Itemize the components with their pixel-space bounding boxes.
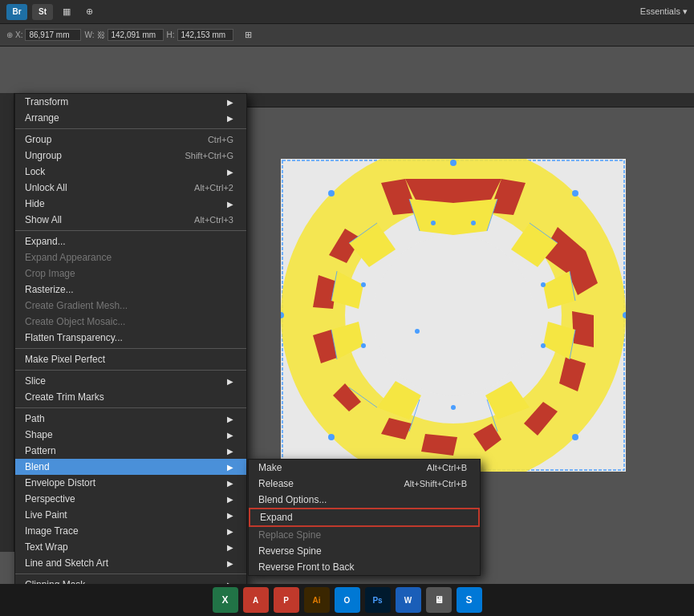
menu-item-label: Release [258,478,404,489]
arrow-icon: ▶ [227,495,233,504]
menu-item-label: Transform [25,96,227,107]
menu-item-show-all[interactable]: Show All Alt+Ctrl+3 [15,212,246,228]
taskbar-illustrator-icon[interactable]: Ai [304,587,330,613]
arrow-icon: ▶ [227,168,233,176]
menu-item-make-pixel-perfect[interactable]: Make Pixel Perfect [15,351,246,367]
taskbar-excel-icon[interactable]: X [213,587,238,613]
essentials-label[interactable]: Essentials ▾ [640,6,688,17]
menu-item-transform[interactable]: Transform ▶ [15,94,246,110]
taskbar-photoshop-icon[interactable]: Ps [365,587,391,613]
blend-submenu-item-reverse-front-to-back[interactable]: Reverse Front to Back [249,559,480,575]
menu-item-label: Show All [25,214,194,225]
taskbar-word-icon[interactable]: W [396,587,421,613]
menu-item-label: Rasterize... [25,284,233,295]
menu-item-expand[interactable]: Expand... [15,233,246,249]
arrow-icon: ▶ [227,431,233,440]
svg-point-5 [450,160,457,166]
menu-item-label: Image Trace [25,525,227,537]
menu-separator [15,128,246,129]
taskbar-skype-icon[interactable]: S [457,587,482,613]
menu-separator [15,348,246,349]
arrow-icon: ▶ [227,200,233,209]
menu-item-ungroup[interactable]: Ungroup Shift+Ctrl+G [15,148,246,164]
menu-item-label: Make [258,462,427,473]
x-coord-icon: ⊕ [6,30,13,39]
menu-item-create-gradient-mesh: Create Gradient Mesh... [15,298,246,314]
menu-item-label: Make Pixel Perfect [25,354,233,365]
menu-item-label: Lock [25,166,227,177]
taskbar-monitor-icon[interactable]: 🖥 [426,587,452,613]
menu-item-label: Slice [25,375,227,387]
h-field: H: 142,153 mm [167,29,233,41]
menu-item-unlock-all[interactable]: Unlock All Alt+Ctrl+2 [15,180,246,196]
menu-item-envelope-distort[interactable]: Envelope Distort ▶ [15,475,246,491]
menu-item-image-trace[interactable]: Image Trace ▶ [15,523,246,539]
menu-item-clipping-mask[interactable]: Clipping Mask ▶ [15,577,246,584]
menu-item-label: Ungroup [25,150,185,161]
menu-item-label: Reverse Front to Back [258,561,467,573]
shortcut-label: Shift+Ctrl+G [185,151,233,160]
menu-item-flatten-transparency[interactable]: Flatten Transparency... [15,330,246,346]
svg-point-31 [451,405,456,410]
menu-item-label: Live Paint [25,509,227,521]
arrow-icon: ▶ [227,377,233,386]
menu-item-slice[interactable]: Slice ▶ [15,373,246,389]
arrow-icon: ▶ [227,581,233,585]
menu-item-text-wrap[interactable]: Text Wrap ▶ [15,539,246,555]
blend-submenu-item-expand[interactable]: Expand [249,508,480,527]
menu-item-label: Arrange [25,112,227,124]
arrow-icon: ▶ [227,543,233,552]
menu-item-arrange[interactable]: Arrange ▶ [15,110,246,126]
menu-item-label: Create Trim Marks [25,391,233,403]
svg-point-24 [431,221,436,225]
arrow-icon: ▶ [227,415,233,424]
stock-icon[interactable]: St [32,4,53,20]
arrow-icon: ▶ [227,98,233,107]
w-value[interactable]: 142,091 mm [108,29,164,41]
menu-item-live-paint[interactable]: Live Paint ▶ [15,507,246,523]
menu-item-path[interactable]: Path ▶ [15,411,246,427]
blend-submenu-item-release[interactable]: Release Alt+Shift+Ctrl+B [249,476,480,492]
x-field: ⊕ X: 86,917 mm [6,29,81,41]
taskbar-outlook-icon[interactable]: O [335,587,360,613]
blend-submenu-item-make[interactable]: Make Alt+Ctrl+B [249,460,480,476]
svg-point-8 [572,190,578,197]
blend-submenu-item-blend-options[interactable]: Blend Options... [249,492,480,508]
shortcut-label: Alt+Ctrl+2 [194,183,233,192]
menu-item-rasterize[interactable]: Rasterize... [15,282,246,298]
menu-item-group[interactable]: Group Ctrl+G [15,132,246,148]
blend-submenu-item-reverse-spine[interactable]: Reverse Spine [249,543,480,559]
menu-separator [15,407,246,408]
bottom-taskbar: X A P Ai O Ps W 🖥 S [0,584,694,616]
link-icon[interactable]: ⛓ [97,30,105,39]
svg-point-30 [361,282,366,287]
taskbar-powerpoint-icon[interactable]: P [274,587,299,613]
menu-item-lock[interactable]: Lock ▶ [15,164,246,180]
svg-point-12 [373,235,534,395]
menu-item-label: Envelope Distort [25,477,227,488]
menu-item-line-sketch-art[interactable]: Line and Sketch Art ▶ [15,555,246,571]
menu-item-label: Reverse Spine [258,545,467,557]
menu-item-pattern[interactable]: Pattern ▶ [15,443,246,459]
shortcut-label: Alt+Ctrl+B [427,463,467,472]
grid-icon[interactable]: ▦ [58,3,75,21]
menu-item-shape[interactable]: Shape ▶ [15,427,246,443]
menu-item-hide[interactable]: Hide ▶ [15,196,246,212]
menu-item-blend[interactable]: Blend ▶ Make Alt+Ctrl+B Release Alt+Shif… [15,459,246,475]
arrow-icon: ▶ [227,463,233,472]
x-value[interactable]: 86,917 mm [25,29,81,41]
menu-item-label: Expand [260,512,465,523]
menu-item-create-trim-marks[interactable]: Create Trim Marks [15,389,246,405]
taskbar-acrobat-icon[interactable]: A [243,587,269,613]
left-ruler [0,93,14,552]
bridge-icon[interactable]: Br [6,4,27,20]
menu-item-perspective[interactable]: Perspective ▶ [15,491,246,507]
menu-item-label: Line and Sketch Art [25,557,227,569]
h-value[interactable]: 142,153 mm [177,29,233,41]
align-icon[interactable]: ⊞ [240,26,258,44]
cursor-icon[interactable]: ⊕ [80,3,98,21]
menu-item-label: Text Wrap [25,541,227,553]
svg-point-26 [415,329,420,334]
artwork-canvas [281,159,626,472]
menu-separator [15,230,246,231]
